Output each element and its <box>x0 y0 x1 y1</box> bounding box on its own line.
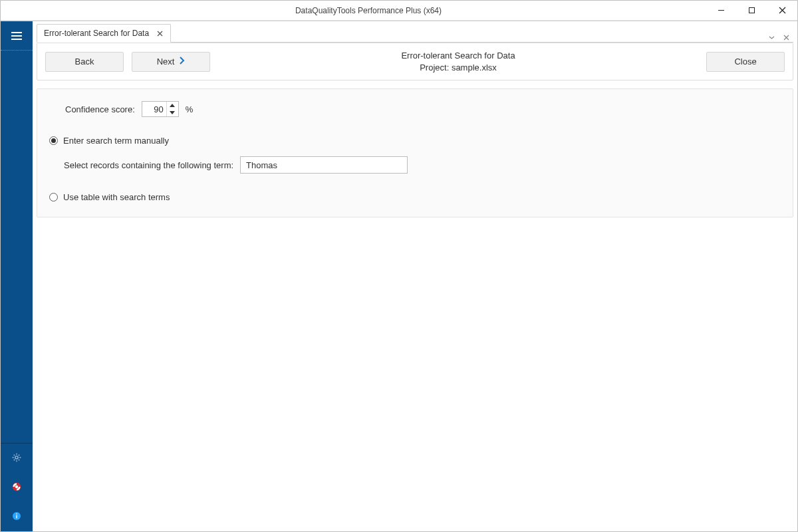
wizard-title-block: Error-tolerant Search for Data Project: … <box>218 50 698 73</box>
minimize-button[interactable] <box>706 1 736 21</box>
tab-options-button[interactable] <box>767 33 776 43</box>
search-mode-group: Enter search term manually Select record… <box>49 136 781 202</box>
maximize-button[interactable] <box>736 1 767 21</box>
chevron-right-icon <box>178 57 185 66</box>
app-window: DataQualityTools Performance Plus (x64) <box>0 0 798 532</box>
svg-rect-1 <box>749 8 754 13</box>
title-bar: DataQualityTools Performance Plus (x64) <box>1 1 797 21</box>
caret-up-icon <box>170 104 175 107</box>
chevron-down-icon <box>769 33 775 43</box>
sidebar <box>1 21 33 531</box>
tab-search-for-data[interactable]: Error-tolerant Search for Data <box>37 24 171 43</box>
radio-manual[interactable] <box>49 136 58 145</box>
settings-panel: Confidence score: % Enter search term ma… <box>37 88 793 217</box>
svg-point-7 <box>15 456 18 458</box>
window-title: DataQualityTools Performance Plus (x64) <box>31 6 706 15</box>
svg-marker-20 <box>170 111 175 114</box>
tab-close-all-button[interactable] <box>781 33 791 43</box>
caret-down-icon <box>170 111 175 114</box>
settings-button[interactable] <box>1 444 33 473</box>
confidence-spinner[interactable] <box>142 101 179 117</box>
wizard-title: Error-tolerant Search for Data <box>218 50 698 62</box>
svg-marker-19 <box>170 104 175 107</box>
percent-label: % <box>186 104 194 114</box>
wizard-header: Back Next Error-tolerant Search for Data… <box>37 43 793 80</box>
close-icon <box>783 33 789 43</box>
radio-table-row[interactable]: Use table with search terms <box>49 192 781 202</box>
confidence-step-down[interactable] <box>167 109 178 116</box>
hamburger-menu-button[interactable] <box>1 21 33 51</box>
svg-rect-14 <box>16 513 17 514</box>
radio-table-label: Use table with search terms <box>63 192 170 202</box>
confidence-label: Confidence score: <box>65 104 135 114</box>
svg-rect-13 <box>16 515 17 518</box>
back-button[interactable]: Back <box>45 52 124 72</box>
gear-icon <box>11 452 22 465</box>
app-body: Error-tolerant Search for Data <box>1 21 797 531</box>
window-controls <box>706 1 797 21</box>
radio-manual-label: Enter search term manually <box>63 136 169 146</box>
confidence-input[interactable] <box>142 102 166 116</box>
back-label: Back <box>75 57 94 66</box>
confidence-row: Confidence score: % <box>49 101 781 117</box>
wizard-project: Project: sample.xlsx <box>218 62 698 74</box>
tab-close-button[interactable] <box>156 29 164 37</box>
help-button[interactable] <box>1 473 33 502</box>
tab-title: Error-tolerant Search for Data <box>44 29 149 38</box>
select-records-label: Select records containing the following … <box>64 160 233 170</box>
close-button[interactable]: Close <box>706 52 785 72</box>
window-close-button[interactable] <box>767 1 797 21</box>
main-area: Error-tolerant Search for Data <box>33 21 797 531</box>
search-term-input[interactable] <box>240 156 408 174</box>
info-icon <box>11 511 22 523</box>
lifebuoy-icon <box>11 481 22 494</box>
radio-manual-row[interactable]: Enter search term manually <box>49 136 781 146</box>
next-label: Next <box>157 57 175 66</box>
info-button[interactable] <box>1 502 33 531</box>
search-term-row: Select records containing the following … <box>64 156 781 174</box>
radio-table[interactable] <box>49 193 58 201</box>
close-label: Close <box>734 57 756 66</box>
next-button[interactable]: Next <box>132 52 210 72</box>
tab-strip: Error-tolerant Search for Data <box>37 24 793 43</box>
confidence-step-up[interactable] <box>167 102 178 109</box>
